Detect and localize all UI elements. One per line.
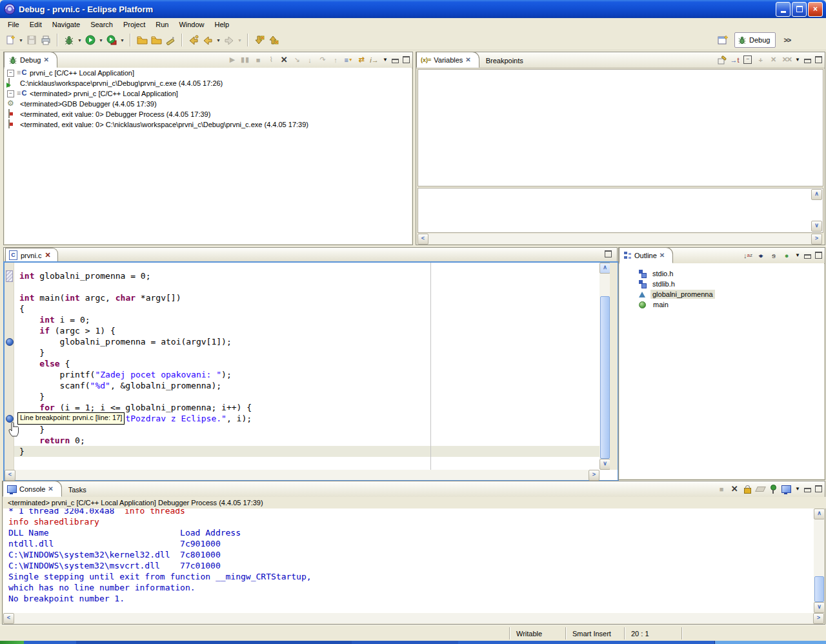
outline-item[interactable]: stdio.h bbox=[639, 268, 824, 279]
window-close-button[interactable]: × bbox=[808, 2, 823, 17]
sort-icon[interactable]: ↓az bbox=[743, 250, 752, 261]
debug-perspective-button[interactable]: Debug bbox=[734, 32, 776, 48]
taskbar-task-button[interactable] bbox=[352, 641, 458, 644]
tree-row[interactable]: − C <terminated> prvni_c [C/C++ Local Ap… bbox=[5, 88, 412, 99]
menu-file[interactable]: File bbox=[3, 19, 25, 30]
suspend-icon[interactable]: ▮▮ bbox=[241, 55, 250, 65]
minimize-view-icon[interactable] bbox=[804, 59, 811, 63]
windows-taskbar[interactable] bbox=[0, 641, 826, 644]
window-minimize-button[interactable] bbox=[776, 2, 791, 17]
minimize-view-icon[interactable] bbox=[804, 254, 811, 259]
variables-tab[interactable]: (x)= Variables ✕ bbox=[416, 52, 479, 68]
tree-row[interactable]: <terminated, exit value: 0> Debugger Pro… bbox=[5, 109, 412, 119]
console-output[interactable]: * 1 thread 3204.0x4a8 info threadsinfo s… bbox=[3, 508, 824, 613]
next-annotation-button[interactable] bbox=[253, 33, 266, 47]
debug-dropdown[interactable]: ▼ bbox=[77, 38, 83, 43]
tree-row[interactable]: ⚙ <terminated>GDB Debugger (4.4.05 17:39… bbox=[5, 99, 412, 109]
maximize-editor-icon[interactable] bbox=[605, 250, 612, 257]
console-vscrollbar[interactable]: ∧ ∨ bbox=[814, 508, 824, 613]
overview-ruler[interactable] bbox=[610, 263, 618, 470]
breakpoint-icon[interactable] bbox=[6, 338, 14, 346]
code-viewport[interactable]: int globalni_promenna = 0;int main(int a… bbox=[14, 263, 599, 470]
open-resource-button[interactable] bbox=[150, 33, 163, 47]
window-restore-button[interactable] bbox=[792, 2, 807, 17]
outline-item[interactable]: globalni_promenna bbox=[639, 289, 824, 299]
instruction-stepping-icon[interactable]: i→ bbox=[370, 55, 379, 65]
remove-all-globals-icon[interactable]: ✕✕ bbox=[782, 55, 791, 65]
perspective-more-chevron[interactable]: >> bbox=[783, 36, 791, 44]
scroll-down-icon[interactable]: ∨ bbox=[811, 221, 822, 232]
new-wizard-dropdown[interactable]: ▼ bbox=[18, 38, 24, 43]
minimize-view-icon[interactable] bbox=[392, 59, 399, 63]
console-dropdown-icon[interactable]: ▼ bbox=[795, 486, 800, 492]
menu-navigate[interactable]: Navigate bbox=[47, 19, 85, 30]
close-icon[interactable]: ✕ bbox=[43, 56, 48, 63]
collapse-all-icon[interactable]: − bbox=[743, 55, 752, 65]
show-type-names-icon[interactable] bbox=[718, 55, 727, 65]
save-button[interactable] bbox=[25, 33, 38, 47]
new-wizard-button[interactable] bbox=[4, 33, 17, 47]
close-icon[interactable]: ✕ bbox=[660, 252, 665, 259]
debug-button[interactable] bbox=[63, 33, 76, 47]
outline-item[interactable]: stdlib.h bbox=[639, 279, 824, 289]
scrollbar-thumb[interactable] bbox=[600, 296, 610, 459]
resume-icon[interactable]: ▶ bbox=[228, 55, 237, 65]
last-edit-location-button[interactable] bbox=[187, 33, 200, 47]
back-button[interactable] bbox=[201, 33, 214, 47]
collapse-icon[interactable]: − bbox=[7, 90, 14, 97]
previous-annotation-button[interactable] bbox=[267, 33, 280, 47]
console-hscrollbar[interactable]: < > bbox=[3, 613, 824, 623]
menu-edit[interactable]: Edit bbox=[25, 19, 47, 30]
external-tools-button[interactable] bbox=[105, 33, 118, 47]
menu-help[interactable]: Help bbox=[210, 19, 235, 30]
print-button[interactable] bbox=[39, 33, 52, 47]
forward-dropdown[interactable]: ▼ bbox=[237, 38, 243, 43]
remove-terminated-icon[interactable]: ✕ bbox=[279, 55, 288, 65]
scroll-left-icon[interactable]: < bbox=[418, 234, 428, 245]
view-menu-icon[interactable]: ▼ bbox=[795, 252, 800, 258]
scroll-down-icon[interactable]: ∨ bbox=[814, 602, 824, 613]
forward-button[interactable] bbox=[223, 33, 236, 47]
terminate-icon[interactable]: ■ bbox=[717, 484, 726, 494]
breakpoints-tab[interactable]: Breakpoints bbox=[479, 53, 530, 68]
thread-grouping-icon[interactable]: ⇄ bbox=[357, 55, 366, 65]
console-tab[interactable]: Console ✕ bbox=[3, 481, 62, 497]
maximize-view-icon[interactable] bbox=[815, 485, 822, 492]
external-tools-dropdown[interactable]: ▼ bbox=[119, 38, 125, 43]
scroll-lock-icon[interactable] bbox=[743, 484, 752, 494]
maximize-view-icon[interactable] bbox=[815, 252, 822, 259]
hide-non-public-icon[interactable]: ● bbox=[782, 250, 791, 261]
editor-hscrollbar[interactable]: < > bbox=[5, 470, 599, 480]
scroll-left-icon[interactable]: < bbox=[3, 613, 14, 624]
start-button[interactable] bbox=[0, 641, 24, 644]
tree-row[interactable]: − C prvni_c [C/C++ Local Application] bbox=[5, 68, 412, 78]
collapse-icon[interactable]: − bbox=[7, 70, 14, 77]
scroll-up-icon[interactable]: ∧ bbox=[814, 508, 824, 519]
close-icon[interactable]: ✕ bbox=[45, 251, 50, 259]
editor-vscrollbar[interactable]: ∧ ∨ bbox=[599, 263, 610, 470]
terminate-icon[interactable]: ■ bbox=[254, 55, 263, 65]
scroll-down-icon[interactable]: ∨ bbox=[599, 459, 610, 470]
step-over-icon[interactable]: ↷ bbox=[318, 55, 327, 65]
menu-search[interactable]: Search bbox=[85, 19, 118, 30]
remove-global-icon[interactable]: ✕ bbox=[769, 55, 778, 65]
scrollbar-thumb[interactable] bbox=[814, 576, 824, 602]
menu-run[interactable]: Run bbox=[150, 19, 174, 30]
close-icon[interactable]: ✕ bbox=[48, 485, 53, 492]
maximize-view-icon[interactable] bbox=[403, 56, 410, 63]
variables-hscrollbar[interactable]: < > bbox=[418, 234, 822, 244]
scroll-right-icon[interactable]: > bbox=[811, 234, 822, 245]
run-button[interactable] bbox=[84, 33, 97, 47]
outline-item[interactable]: main bbox=[639, 299, 824, 310]
scroll-up-icon[interactable]: ∧ bbox=[599, 263, 610, 274]
scroll-left-icon[interactable]: < bbox=[5, 470, 15, 481]
pin-console-icon[interactable] bbox=[769, 484, 778, 494]
run-dropdown[interactable]: ▼ bbox=[98, 38, 104, 43]
step-return-icon[interactable]: ↑ bbox=[331, 55, 340, 65]
code-area[interactable]: int globalni_promenna = 0;int main(int a… bbox=[19, 270, 252, 457]
search-button[interactable] bbox=[164, 33, 177, 47]
view-menu-icon[interactable]: ▼ bbox=[795, 57, 800, 63]
remove-all-terminated-icon[interactable]: ✕ bbox=[730, 484, 739, 494]
hide-static-icon[interactable]: s bbox=[769, 250, 778, 261]
menu-window[interactable]: Window bbox=[174, 19, 209, 30]
